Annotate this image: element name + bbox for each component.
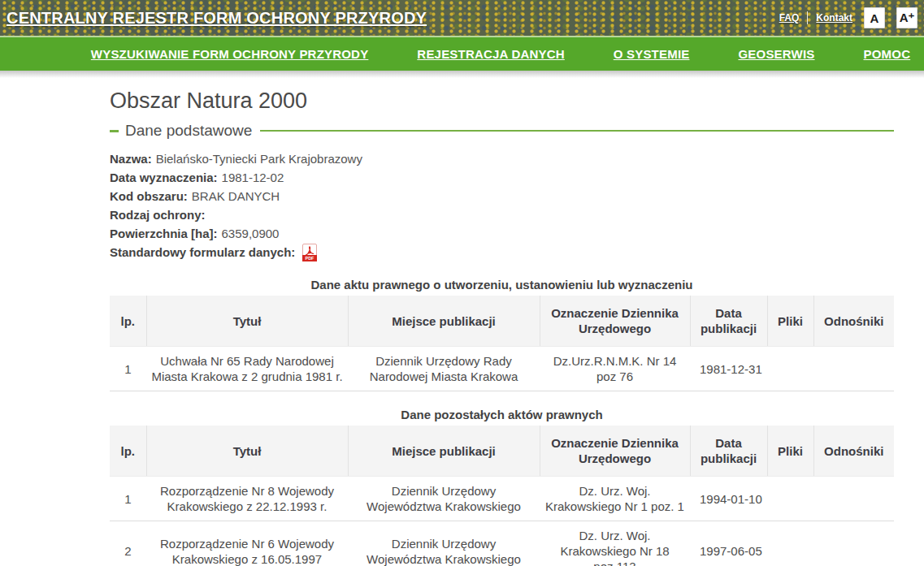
column-header-pliki: Pliki	[767, 296, 813, 347]
field-powierzchnia: Powierzchnia [ha]: 6359,0900	[110, 224, 894, 243]
cell-data-publikacji: 1994-01-10	[690, 477, 767, 521]
cell-pliki	[767, 347, 813, 391]
font-size-normal-button[interactable]: A	[864, 7, 885, 28]
table-header-row: lp. Tytuł Miejsce publikacji Oznaczenie …	[110, 426, 894, 477]
nav-item-wyszukiwanie[interactable]: Wyszukiwanie form ochrony przyrody	[91, 47, 369, 61]
cell-lp: 1	[110, 347, 146, 391]
field-nazwa: Nazwa: Bielańsko-Tyniecki Park Krajobraz…	[110, 149, 894, 168]
cell-odnosniki	[813, 477, 894, 521]
site-title-link[interactable]: CENTRALNY REJESTR FORM OCHRONY PRZYRODY	[7, 9, 427, 28]
section-header-dane-podstawowe: Dane podstawowe	[110, 122, 894, 140]
table-row: 1 Uchwała Nr 65 Rady Narodowej Miasta Kr…	[110, 347, 894, 391]
section-dash-icon	[110, 130, 119, 132]
table-akt-prawny: lp. Tytuł Miejsce publikacji Oznaczenie …	[110, 296, 894, 391]
cell-odnosniki	[813, 521, 894, 566]
field-label: Powierzchnia [ha]:	[110, 224, 218, 243]
nav-item-rejestracja-danych[interactable]: Rejestracja danych	[417, 47, 564, 61]
kontakt-link[interactable]: Kontakt	[816, 12, 852, 24]
section-divider-line	[260, 130, 894, 132]
cell-pliki	[767, 477, 813, 521]
field-standardowy-formularz: Standardowy formularz danych: PDF	[110, 243, 894, 261]
cell-oznaczenie: Dz. Urz. Woj. Krakowskiego Nr 1 poz. 1	[540, 477, 690, 521]
field-label: Rodzaj ochrony:	[110, 205, 206, 224]
column-header-miejsce: Miejsce publikacji	[348, 296, 540, 347]
main-nav: Wyszukiwanie form ochrony przyrody Rejes…	[0, 36, 924, 71]
column-header-odnosniki: Odnośniki	[813, 426, 894, 477]
field-kod-obszaru: Kod obszaru: BRAK DANYCH	[110, 187, 894, 205]
table-pozostale-akty: lp. Tytuł Miejsce publikacji Oznaczenie …	[110, 426, 894, 566]
field-data-wyznaczenia: Data wyznaczenia: 1981-12-02	[110, 168, 894, 187]
cell-miejsce: Dziennik Urzędowy Rady Narodowej Miasta …	[348, 347, 540, 391]
column-header-oznaczenie: Oznaczenie Dziennika Urzędowego	[540, 296, 690, 347]
nav-item-geoserwis[interactable]: Geoserwis	[738, 47, 814, 61]
column-header-lp: lp.	[110, 296, 146, 347]
section-title: Dane podstawowe	[125, 122, 252, 140]
cell-pliki	[767, 521, 813, 566]
faq-link[interactable]: FAQ	[779, 12, 800, 24]
cell-data-publikacji: 1997-06-05	[690, 521, 767, 566]
table-row: 1 Rozporządzenie Nr 8 Wojewody Krakowski…	[110, 477, 894, 521]
cell-miejsce: Dziennik Urzędowy Województwa Krakowskie…	[348, 477, 540, 521]
column-header-odnosniki: Odnośniki	[813, 296, 894, 347]
cell-tytul: Uchwała Nr 65 Rady Narodowej Miasta Krak…	[146, 347, 348, 391]
table-caption-akt-prawny: Dane aktu prawnego o utworzeniu, ustanow…	[110, 278, 894, 292]
cell-oznaczenie: Dz.Urz.R.N.M.K. Nr 14 poz 76	[540, 347, 690, 391]
column-header-tytul: Tytuł	[146, 296, 348, 347]
nav-shadow	[0, 71, 924, 78]
column-header-miejsce: Miejsce publikacji	[348, 426, 540, 477]
page-title: Obszar Natura 2000	[110, 89, 894, 114]
field-label: Standardowy formularz danych:	[110, 243, 295, 261]
field-value: BRAK DANYCH	[192, 187, 280, 205]
cell-oznaczenie: Dz. Urz. Woj. Krakowskiego Nr 18 poz.113	[540, 521, 690, 566]
field-value: 1981-12-02	[222, 168, 284, 187]
column-header-tytul: Tytuł	[146, 426, 348, 477]
column-header-data: Data publikacji	[690, 296, 767, 347]
pdf-file-icon[interactable]: PDF	[302, 244, 317, 261]
cell-odnosniki	[813, 347, 894, 391]
field-label: Kod obszaru:	[110, 187, 188, 205]
table-header-row: lp. Tytuł Miejsce publikacji Oznaczenie …	[110, 296, 894, 347]
basic-data-fields: Nazwa: Bielańsko-Tyniecki Park Krajobraz…	[110, 149, 894, 261]
header-divider	[807, 11, 808, 24]
svg-text:PDF: PDF	[306, 256, 315, 261]
nav-item-o-systemie[interactable]: O systemie	[614, 47, 690, 61]
column-header-oznaczenie: Oznaczenie Dziennika Urzędowego	[540, 426, 690, 477]
table-row: 2 Rozporządzenie Nr 6 Wojewody Krakowski…	[110, 521, 894, 566]
field-label: Data wyznaczenia:	[110, 168, 218, 187]
cell-lp: 1	[110, 477, 146, 521]
column-header-data: Data publikacji	[690, 426, 767, 477]
column-header-pliki: Pliki	[767, 426, 813, 477]
nav-item-pomoc[interactable]: Pomoc	[864, 47, 911, 61]
field-value: Bielańsko-Tyniecki Park Krajobrazowy	[156, 149, 362, 168]
cell-tytul: Rozporządzenie Nr 6 Wojewody Krakowskieg…	[146, 521, 348, 566]
site-header: CENTRALNY REJESTR FORM OCHRONY PRZYRODY …	[0, 0, 924, 36]
column-header-lp: lp.	[110, 426, 146, 477]
main-content: Obszar Natura 2000 Dane podstawowe Nazwa…	[110, 89, 894, 566]
field-value: 6359,0900	[222, 224, 280, 243]
font-size-increase-button[interactable]: A⁺	[896, 7, 917, 28]
cell-lp: 2	[110, 521, 146, 566]
cell-miejsce: Dziennik Urzędowy Województwa Krakowskie…	[348, 521, 540, 566]
cell-tytul: Rozporządzenie Nr 8 Wojewody Krakowskieg…	[146, 477, 348, 521]
table-caption-pozostale-akty: Dane pozostałych aktów prawnych	[110, 408, 894, 421]
field-label: Nazwa:	[110, 149, 152, 168]
field-rodzaj-ochrony: Rodzaj ochrony:	[110, 205, 894, 224]
cell-data-publikacji: 1981-12-31	[690, 347, 767, 391]
header-utility-area: FAQ Kontakt A A⁺	[779, 0, 917, 36]
